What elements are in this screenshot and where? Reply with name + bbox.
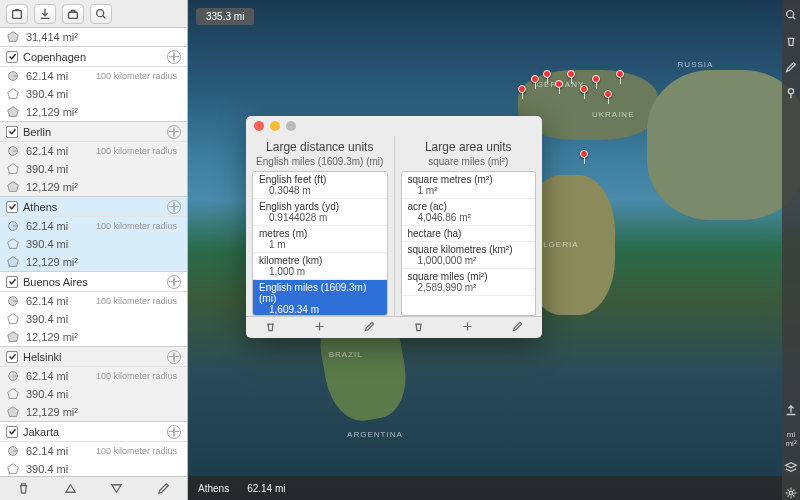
unit-option[interactable]: kilometre (km)1,000 m (253, 253, 387, 280)
edit-unit-button[interactable] (511, 320, 524, 335)
unit-name: kilometre (km) (259, 255, 381, 266)
unit-name: English feet (ft) (259, 174, 381, 185)
location-card[interactable]: Athens62.14 mi100 kilometer radius390.4 … (0, 197, 187, 272)
unit-option[interactable]: acre (ac)4,046.86 m² (402, 199, 536, 226)
edit-button[interactable] (155, 480, 173, 498)
edit-unit-button[interactable] (363, 320, 376, 335)
unit-option[interactable]: square kilometres (km²)1,000,000 m² (402, 242, 536, 269)
settings-icon[interactable] (784, 486, 798, 500)
map-pin[interactable] (580, 85, 588, 93)
distance-options-list[interactable]: English feet (ft)0.3048 mEnglish yards (… (252, 171, 388, 316)
svg-rect-0 (13, 10, 22, 18)
checkbox[interactable] (6, 351, 18, 363)
globe-icon[interactable] (167, 125, 181, 139)
triangle-up-button[interactable] (61, 480, 79, 498)
svg-marker-15 (8, 332, 19, 342)
location-card[interactable]: Helsinki62.14 mi100 kilometer radius390.… (0, 347, 187, 422)
checkbox[interactable] (6, 276, 18, 288)
unit-name: square metres (m²) (408, 174, 530, 185)
globe-icon[interactable] (167, 200, 181, 214)
perimeter-value: 390.4 mi (26, 163, 187, 175)
unit-option[interactable]: square miles (mi²)2,589,990 m² (402, 269, 536, 296)
perimeter-value: 390.4 mi (26, 388, 187, 400)
new-item-button[interactable] (6, 4, 28, 24)
pin-icon[interactable] (784, 86, 798, 100)
unit-option[interactable]: hectare (ha) (402, 226, 536, 242)
globe-icon[interactable] (167, 50, 181, 64)
checkbox[interactable] (6, 51, 18, 63)
pencil-icon[interactable] (784, 60, 798, 74)
area-icon (6, 30, 20, 44)
trash-icon[interactable] (784, 34, 798, 48)
svg-marker-3 (8, 32, 19, 42)
units-dialog: Large distance units English miles (1609… (246, 116, 542, 338)
location-list: 31,414 mi²Copenhagen62.14 mi100 kilomete… (0, 28, 187, 476)
city-name: Buenos Aires (23, 276, 162, 288)
search-button[interactable] (90, 4, 112, 24)
action-button[interactable] (62, 4, 84, 24)
radius-icon (6, 69, 20, 83)
unit-detail: 1,609.34 m (259, 304, 381, 315)
share-icon[interactable] (784, 404, 798, 418)
layers-icon[interactable] (784, 460, 798, 474)
location-card[interactable]: Copenhagen62.14 mi100 kilometer radius39… (0, 47, 187, 122)
unit-option[interactable]: English feet (ft)0.3048 m (253, 172, 387, 199)
unit-option[interactable]: English miles (1609.3m) (mi)1,609.34 m (253, 280, 387, 316)
map-pin[interactable] (580, 150, 588, 158)
perimeter-icon (6, 162, 20, 176)
svg-point-22 (787, 11, 794, 18)
unit-name: hectare (ha) (408, 228, 530, 239)
dialog-footer (246, 316, 542, 338)
import-button[interactable] (34, 4, 56, 24)
zoom-icon[interactable] (784, 8, 798, 22)
radius-label: 100 kilometer radius (96, 296, 177, 306)
map-toolbar: mi mi² (782, 0, 800, 500)
unit-badge[interactable]: mi mi² (782, 430, 800, 448)
map-pin[interactable] (531, 75, 539, 83)
area-value: 12,129 mi² (26, 256, 187, 268)
svg-point-23 (788, 89, 793, 94)
radius-label: 100 kilometer radius (96, 71, 177, 81)
minimize-icon[interactable] (270, 121, 280, 131)
map-pin[interactable] (543, 70, 551, 78)
delete-button[interactable] (14, 480, 32, 498)
perimeter-icon (6, 462, 20, 476)
unit-option[interactable]: metres (m)1 m (253, 226, 387, 253)
column-title: Large distance units (252, 138, 388, 156)
radius-label: 100 kilometer radius (96, 446, 177, 456)
add-unit-button[interactable] (313, 320, 326, 335)
globe-icon[interactable] (167, 350, 181, 364)
radius-icon (6, 294, 20, 308)
status-distance: 62.14 mi (247, 483, 285, 494)
unit-name: English yards (yd) (259, 201, 381, 212)
svg-marker-8 (8, 164, 19, 174)
location-card[interactable]: Jakarta62.14 mi100 kilometer radius390.4… (0, 422, 187, 476)
map-pin[interactable] (592, 75, 600, 83)
checkbox[interactable] (6, 426, 18, 438)
unit-detail: 1 m² (408, 185, 530, 196)
add-unit-button[interactable] (461, 320, 474, 335)
unit-detail: 1,000 m (259, 266, 381, 277)
location-card[interactable]: Buenos Aires62.14 mi100 kilometer radius… (0, 272, 187, 347)
city-name: Jakarta (23, 426, 162, 438)
area-options-list[interactable]: square metres (m²)1 m²acre (ac)4,046.86 … (401, 171, 537, 316)
perimeter-value: 390.4 mi (26, 238, 187, 250)
unit-option[interactable]: square metres (m²)1 m² (402, 172, 536, 199)
close-icon[interactable] (254, 121, 264, 131)
checkbox[interactable] (6, 201, 18, 213)
svg-marker-18 (8, 407, 19, 417)
unit-option[interactable]: English yards (yd)0.9144028 m (253, 199, 387, 226)
checkbox[interactable] (6, 126, 18, 138)
location-card[interactable]: Berlin62.14 mi100 kilometer radius390.4 … (0, 122, 187, 197)
globe-icon[interactable] (167, 275, 181, 289)
dialog-titlebar[interactable] (246, 116, 542, 136)
unit-detail: 0.3048 m (259, 185, 381, 196)
delete-unit-button[interactable] (264, 320, 277, 335)
area-value: 12,129 mi² (26, 106, 187, 118)
triangle-down-button[interactable] (108, 480, 126, 498)
globe-icon[interactable] (167, 425, 181, 439)
radius-icon (6, 369, 20, 383)
delete-unit-button[interactable] (412, 320, 425, 335)
perimeter-value: 390.4 mi (26, 463, 187, 475)
radius-icon (6, 144, 20, 158)
